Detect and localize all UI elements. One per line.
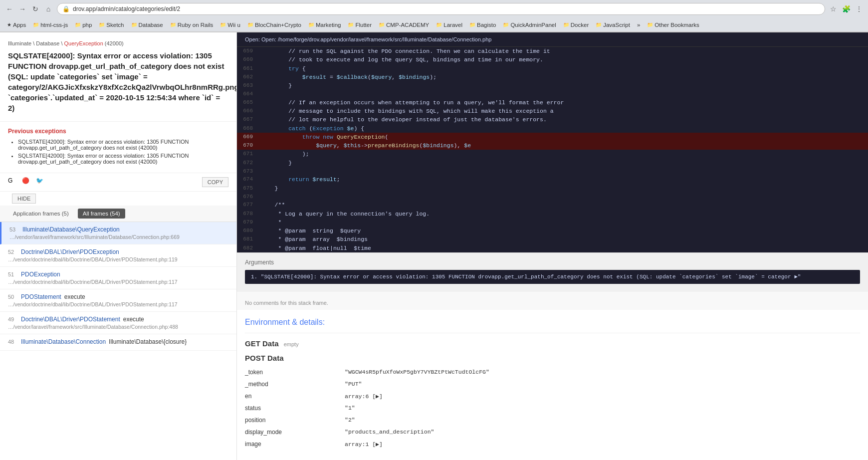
- stackoverflow-icon[interactable]: 🔴: [22, 177, 32, 187]
- stack-frame-53[interactable]: 53 Illuminate\Database\QueryException …/…: [0, 222, 236, 244]
- frame-number-49: 49: [8, 316, 18, 322]
- table-row: display_mode "products_and_description": [245, 426, 860, 438]
- frame-class-51: PDOException: [21, 271, 60, 278]
- folder-icon-2: 📁: [75, 22, 81, 27]
- line-number: 664: [241, 90, 261, 98]
- folder-icon-15: 📁: [596, 22, 602, 27]
- code-line-662: 662 $result = $callback($query, $binding…: [237, 73, 868, 81]
- bookmark-cmp[interactable]: 📁 CMP-ACADEMY: [376, 21, 432, 29]
- environment-section: Environment & details: GET Data empty PO…: [237, 310, 868, 460]
- browser-toolbar: ← → ↻ ⌂ 🔒 ☆ 🧩 ⋮: [0, 0, 868, 18]
- tab-all-frames[interactable]: All frames (54): [78, 209, 125, 219]
- bookmark-bagisto[interactable]: 📁 Bagisto: [466, 21, 499, 29]
- code-line-661: 661 try {: [237, 64, 868, 73]
- line-code: * @param float|null $time: [261, 244, 371, 252]
- google-icon[interactable]: G: [8, 177, 18, 187]
- stack-frame-52[interactable]: 52 Doctrine\DBAL\Driver\PDOException …/v…: [0, 244, 236, 267]
- bookmark-docker[interactable]: 📁 Docker: [560, 21, 592, 29]
- folder-icon-5: 📁: [170, 22, 176, 27]
- line-number: 665: [241, 98, 261, 107]
- forward-button[interactable]: →: [17, 3, 28, 14]
- no-comments: No comments for this stack frame.: [237, 296, 868, 310]
- copy-button[interactable]: COPY: [202, 177, 228, 187]
- line-number: 675: [241, 184, 261, 193]
- bookmark-php[interactable]: 📁 php: [72, 21, 95, 29]
- line-code: $query, $this->prepareBindings($bindings…: [261, 141, 471, 150]
- url-input[interactable]: [73, 5, 820, 12]
- post-key-en: en: [245, 390, 345, 402]
- bookmark-laravel[interactable]: 📁 Laravel: [433, 21, 465, 29]
- stack-frame-51[interactable]: 51 PDOException …/vendor/doctrine/dbal/l…: [0, 267, 236, 289]
- frame-path: …/vendor/laravel/framework/src/Illuminat…: [9, 234, 228, 240]
- folder-icon-7: 📁: [247, 22, 253, 27]
- bookmark-flutter[interactable]: 📁 Flutter: [345, 21, 375, 29]
- frame-header-51: 51 PDOException: [8, 271, 228, 278]
- duckduckgo-icon[interactable]: 🐦: [36, 177, 46, 187]
- folder-icon-11: 📁: [436, 22, 442, 27]
- stack-frame-48[interactable]: 48 Illuminate\Database\Connection Illumi…: [0, 334, 236, 351]
- folder-icon-10: 📁: [379, 22, 385, 27]
- bookmark-database[interactable]: 📁 Database: [128, 21, 166, 29]
- toolbar-icons: ☆ 🧩 ⋮: [828, 4, 864, 14]
- line-code: // took to execute and log the query SQL…: [261, 55, 543, 64]
- address-bar[interactable]: 🔒: [57, 3, 825, 15]
- frame-number: 53: [9, 227, 19, 232]
- bookmark-apps[interactable]: ★ Apps: [4, 21, 29, 29]
- post-key-status: status: [245, 402, 345, 414]
- bookmark-html[interactable]: 📁 html-css-js: [30, 21, 71, 29]
- line-number: 672: [241, 159, 261, 167]
- line-code: }: [261, 184, 278, 193]
- folder-icon-3: 📁: [99, 22, 105, 27]
- bookmark-more[interactable]: »: [634, 21, 643, 29]
- frame-class: Illuminate\Database\QueryException: [22, 226, 120, 233]
- line-number: 673: [241, 167, 261, 176]
- bookmark-blockchain[interactable]: 📁 BlocChain+Crypto: [244, 21, 304, 29]
- star-icon[interactable]: ☆: [828, 4, 838, 14]
- frame-method-50: execute: [64, 293, 85, 300]
- extensions-icon[interactable]: 🧩: [841, 4, 851, 14]
- frame-header-48: 48 Illuminate\Database\Connection Illumi…: [8, 338, 228, 345]
- bookmark-ruby[interactable]: 📁 Ruby on Rails: [167, 21, 217, 29]
- tab-application-frames[interactable]: Application frames (5): [8, 209, 74, 219]
- bookmark-apps-label: Apps: [13, 22, 26, 28]
- line-number: 680: [241, 227, 261, 235]
- code-line-676: 676: [237, 193, 868, 201]
- code-line-682: 682 * @param float|null $time: [237, 244, 868, 252]
- bookmark-marketing[interactable]: 📁 Marketing: [305, 21, 344, 29]
- post-data-title: POST Data: [245, 354, 860, 362]
- list-item: SQLSTATE[42000]: Syntax error or access …: [18, 139, 228, 151]
- frame-header-49: 49 Doctrine\DBAL\Driver\PDOStatement exe…: [8, 316, 228, 323]
- bookmark-javascript[interactable]: 📁 JavaScript: [593, 21, 633, 29]
- post-value-en: array:6 [▶]: [345, 390, 860, 402]
- bookmark-wiiu[interactable]: 📁 Wii u: [217, 21, 243, 29]
- stack-frame-49[interactable]: 49 Doctrine\DBAL\Driver\PDOStatement exe…: [0, 312, 236, 334]
- main-content: Illuminate \ Database \ QueryException (…: [0, 32, 868, 460]
- code-file-path: Open: Open: /home/forge/drov.app/vendor/…: [237, 32, 868, 47]
- stack-frame-50[interactable]: 50 PDOStatement execute …/vendor/doctrin…: [0, 289, 236, 312]
- bookmark-quickadmin[interactable]: 📁 QuickAdminPanel: [500, 21, 559, 29]
- post-value-position: "2": [345, 414, 860, 426]
- home-button[interactable]: ⌂: [43, 3, 54, 14]
- hide-button[interactable]: HIDE: [12, 194, 36, 204]
- bookmark-html-label: html-css-js: [40, 22, 68, 28]
- bookmark-other[interactable]: 📁 Other Bookmarks: [644, 21, 702, 29]
- frame-class-52: Doctrine\DBAL\Driver\PDOException: [21, 248, 119, 255]
- bookmark-sketch[interactable]: 📁 Sketch: [96, 21, 127, 29]
- code-line-680: 680 * @param string $query: [237, 227, 868, 235]
- refresh-button[interactable]: ↻: [30, 3, 41, 14]
- folder-icon-14: 📁: [563, 22, 569, 27]
- post-data-table: _token "WGCW4sR5pfuXfoWxP5gbY7VYBZtPtWcT…: [245, 366, 860, 450]
- bookmark-javascript-label: JavaScript: [603, 22, 630, 28]
- line-number: 660: [241, 55, 261, 64]
- menu-icon[interactable]: ⋮: [854, 4, 864, 14]
- code-line-673: 673: [237, 167, 868, 176]
- line-number: 668: [241, 124, 261, 133]
- bookmark-ruby-label: Ruby on Rails: [178, 22, 214, 28]
- frame-number-51: 51: [8, 271, 18, 277]
- bookmark-bagisto-label: Bagisto: [477, 22, 496, 28]
- line-number: 679: [241, 218, 261, 227]
- post-key-display-mode: display_mode: [245, 426, 345, 438]
- line-code: }: [261, 81, 292, 90]
- back-button[interactable]: ←: [4, 3, 15, 14]
- code-line-681: 681 * @param array $bindings: [237, 235, 868, 243]
